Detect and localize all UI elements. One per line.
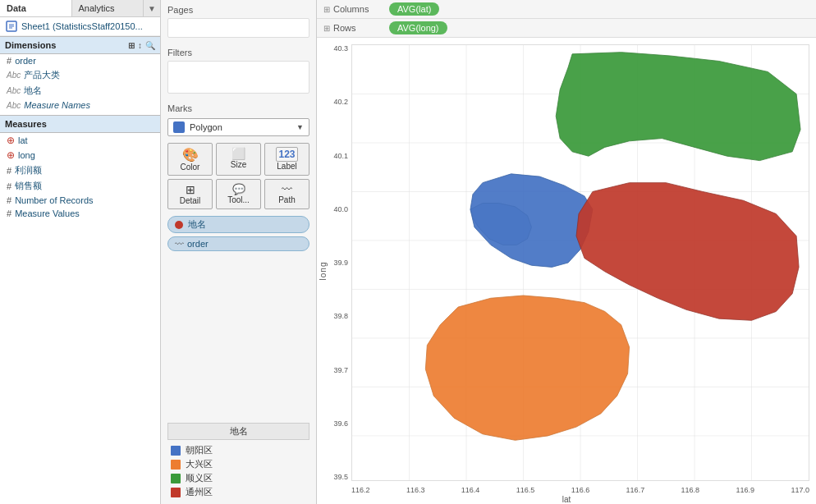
region-daxing <box>425 296 629 440</box>
marks-size-btn[interactable]: ⬜ Size <box>216 143 261 176</box>
hash-icon-records: # <box>7 195 11 205</box>
abc-icon-measure-names: Abc <box>7 101 21 110</box>
measure-long-label: long <box>18 150 35 160</box>
dimension-location[interactable]: Abc 地名 <box>0 83 160 99</box>
filters-section: Filters <box>161 43 316 99</box>
measure-lat-label: lat <box>18 135 28 145</box>
abc-icon-location: Abc <box>7 86 21 95</box>
dimensions-search-icon[interactable]: 🔍 <box>145 41 155 50</box>
marks-pill-order[interactable]: 〰 order <box>167 236 309 251</box>
legend-item-3[interactable]: 通州区 <box>167 485 309 499</box>
y-label-398: 39.8 <box>333 312 348 320</box>
legend-item-1[interactable]: 大兴区 <box>167 457 309 471</box>
y-axis-title: long <box>319 262 328 281</box>
y-label-395: 39.5 <box>333 473 348 481</box>
tab-analytics[interactable]: Analytics <box>72 0 144 16</box>
detail-btn-label: Detail <box>180 196 201 205</box>
abc-icon-product: Abc <box>7 71 21 80</box>
dimensions-title: Dimensions <box>5 40 56 50</box>
marks-pill-order-label: order <box>187 239 209 249</box>
legend-title: 地名 <box>167 423 309 440</box>
tooltip-btn-label: Tool... <box>227 195 250 204</box>
label-btn-label: Label <box>277 162 296 171</box>
filters-content <box>167 61 309 94</box>
region-tongzhou <box>576 183 799 321</box>
marks-pill-location[interactable]: 地名 <box>167 216 309 233</box>
y-label-402: 40.2 <box>333 98 348 106</box>
sheet-name: Sheet1 (StatisticsStaff20150... <box>21 21 143 31</box>
legend-swatch-0 <box>171 446 181 456</box>
legend-swatch-3 <box>171 488 181 497</box>
rows-shelf: ⊞ Rows AVG(long) <box>317 19 816 38</box>
legend-item-0[interactable]: 朝阳区 <box>167 443 309 457</box>
dimension-measure-names[interactable]: Abc Measure Names <box>0 99 160 112</box>
marks-color-btn[interactable]: 🎨 Color <box>167 143 213 176</box>
measure-records-label: Number of Records <box>15 195 93 205</box>
pages-content <box>167 18 309 38</box>
tabs-header: Data Analytics ▼ <box>0 0 160 17</box>
measure-sales[interactable]: # 销售额 <box>0 178 160 194</box>
color-btn-label: Color <box>181 163 200 172</box>
measure-long[interactable]: ⊕ long <box>0 148 160 163</box>
globe-icon-lat: ⊕ <box>7 135 15 146</box>
path-btn-label: Path <box>278 195 296 204</box>
detail-icon: ⊞ <box>186 183 195 196</box>
marks-path-btn[interactable]: 〰 Path <box>264 179 309 209</box>
legend-label-0: 朝阳区 <box>186 444 213 456</box>
y-label-397: 39.7 <box>333 366 348 374</box>
measure-lat[interactable]: ⊕ lat <box>0 133 160 148</box>
rows-grid-icon: ⊞ <box>323 24 330 33</box>
chart-area: 40.3 40.2 40.1 40.0 39.9 39.8 39.7 39.6 … <box>317 38 816 504</box>
measure-profit-label: 利润额 <box>15 164 42 176</box>
marks-type-dropdown[interactable]: Polygon ▼ <box>167 118 309 136</box>
x-axis: 116.2 116.3 116.4 116.5 116.6 116.7 116.… <box>351 486 809 494</box>
sheet-item[interactable]: Sheet1 (StatisticsStaff20150... <box>0 17 160 36</box>
legend-label-1: 大兴区 <box>186 458 213 470</box>
measure-records[interactable]: # Number of Records <box>0 194 160 207</box>
tab-arrow[interactable]: ▼ <box>144 0 160 16</box>
rows-text: Rows <box>333 23 356 33</box>
tooltip-icon: 💬 <box>232 183 245 195</box>
right-panel: ⊞ Columns AVG(lat) ⊞ Rows AVG(long) 40.3… <box>317 0 816 504</box>
left-panel: Data Analytics ▼ Sheet1 (StatisticsStaff… <box>0 0 161 504</box>
marks-buttons-grid: 🎨 Color ⬜ Size 123 Label ⊞ Detail 💬 <box>167 143 309 209</box>
columns-pill[interactable]: AVG(lat) <box>389 2 439 16</box>
color-dot-icon <box>175 221 183 229</box>
dimensions-grid-icon[interactable]: ⊞ <box>128 41 135 50</box>
columns-shelf: ⊞ Columns AVG(lat) <box>317 0 816 19</box>
dimension-order[interactable]: # order <box>0 54 160 67</box>
rows-label: ⊞ Rows <box>323 23 389 33</box>
marks-tooltip-btn[interactable]: 💬 Tool... <box>216 179 261 209</box>
tab-data[interactable]: Data <box>0 0 72 16</box>
x-label-1162: 116.2 <box>351 486 370 494</box>
measures-title: Measures <box>5 119 47 129</box>
marks-label-btn[interactable]: 123 Label <box>264 143 309 176</box>
y-label-400: 40.0 <box>333 205 348 213</box>
x-label-1169: 116.9 <box>736 486 754 494</box>
size-btn-label: Size <box>231 160 246 169</box>
rows-pill[interactable]: AVG(long) <box>389 21 447 34</box>
dropdown-arrow-icon: ▼ <box>296 123 304 131</box>
marks-pill-location-label: 地名 <box>188 218 206 231</box>
filters-title: Filters <box>167 48 309 57</box>
legend-swatch-2 <box>171 474 181 483</box>
legend-label-3: 通州区 <box>186 486 213 498</box>
y-label-396: 39.6 <box>333 419 348 428</box>
map-svg <box>352 45 809 480</box>
measures-header: Measures <box>0 115 160 133</box>
legend-item-2[interactable]: 顺义区 <box>167 471 309 485</box>
dimension-product[interactable]: Abc 产品大类 <box>0 67 160 83</box>
marks-detail-btn[interactable]: ⊞ Detail <box>167 179 213 209</box>
measure-values[interactable]: # Measure Values <box>0 207 160 220</box>
pages-section: Pages <box>161 0 316 43</box>
y-label-399: 39.9 <box>333 259 348 267</box>
color-icon: 🎨 <box>182 147 199 163</box>
dimension-order-label: order <box>15 56 36 66</box>
measure-profit[interactable]: # 利润额 <box>0 163 160 178</box>
dimensions-sort-icon[interactable]: ↕ <box>138 41 142 50</box>
hash-icon-values: # <box>7 208 11 218</box>
x-axis-title: lat <box>562 495 571 504</box>
hash-icon: # <box>7 56 11 66</box>
x-label-1168: 116.8 <box>681 486 700 494</box>
x-label-1166: 116.6 <box>571 486 590 494</box>
